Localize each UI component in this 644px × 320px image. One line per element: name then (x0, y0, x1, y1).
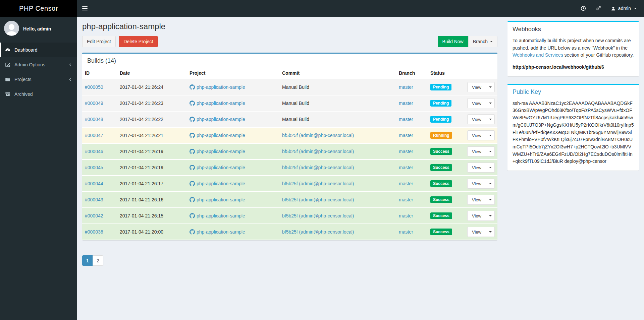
pagination-page-2[interactable]: 2 (93, 255, 103, 266)
view-dropdown-button[interactable] (486, 146, 495, 156)
branch-link[interactable]: master (399, 229, 413, 235)
chevron-left-icon (68, 77, 72, 82)
view-dropdown-button[interactable] (486, 98, 495, 108)
webhooks-services-link[interactable]: Webhooks and Services (513, 52, 563, 58)
app-logo[interactable]: PHP Censor (0, 0, 77, 17)
table-row: #000036 2017-01-04 21:20:00 php-applicat… (82, 224, 497, 240)
view-dropdown-button[interactable] (486, 82, 495, 92)
branch-link[interactable]: master (399, 117, 413, 122)
build-commit[interactable]: bf5b25f (admin@php-censor.local) (282, 229, 354, 235)
build-id-link[interactable]: #000036 (85, 229, 103, 235)
build-date: 2017-01-04 21:26:19 (117, 143, 187, 159)
view-button[interactable]: View (467, 146, 486, 156)
view-dropdown-button[interactable] (486, 179, 495, 189)
edit-project-button[interactable]: Edit Project (82, 36, 116, 47)
build-now-button[interactable]: Build Now (438, 36, 468, 47)
build-commit[interactable]: bf5b25f (admin@php-censor.local) (282, 181, 354, 186)
table-row: #000049 2017-01-04 21:26:23 php-applicat… (82, 95, 497, 111)
column-header: ID (82, 67, 117, 79)
build-id-link[interactable]: #000043 (85, 197, 103, 202)
view-button[interactable]: View (467, 179, 486, 189)
build-id-link[interactable]: #000044 (85, 181, 103, 186)
build-commit[interactable]: bf5b25f (admin@php-censor.local) (282, 165, 354, 170)
delete-project-button[interactable]: Delete Project (119, 36, 158, 47)
view-dropdown-button[interactable] (486, 114, 495, 124)
view-dropdown-button[interactable] (486, 211, 495, 221)
github-icon (190, 133, 195, 138)
build-id-link[interactable]: #000049 (85, 101, 103, 106)
view-dropdown-button[interactable] (486, 227, 495, 237)
branch-link[interactable]: master (399, 133, 413, 138)
project-link[interactable]: php-application-sample (197, 84, 245, 90)
project-link[interactable]: php-application-sample (197, 197, 245, 202)
view-button-group: View (467, 195, 495, 205)
build-id-link[interactable]: #000048 (85, 117, 103, 122)
build-actions: Build Now Branch (438, 36, 497, 47)
github-icon (190, 181, 195, 186)
project-link[interactable]: php-application-sample (197, 149, 245, 154)
public-key-title[interactable]: Public Key (513, 88, 541, 95)
user-menu[interactable]: admin (606, 0, 641, 17)
project-link[interactable]: php-application-sample (197, 133, 245, 138)
caret-down-icon (489, 135, 492, 136)
project-link[interactable]: php-application-sample (197, 165, 245, 170)
build-commit: Manual Build (282, 117, 309, 122)
webhooks-body: To automatically build this project when… (507, 36, 639, 76)
branch-dropdown-label: Branch (473, 39, 488, 44)
branch-link[interactable]: master (399, 213, 413, 218)
caret-down-icon (489, 215, 492, 216)
sidebar-item-dashboard[interactable]: Dashboard (0, 43, 77, 57)
build-id-link[interactable]: #000046 (85, 149, 103, 154)
view-button[interactable]: View (467, 130, 486, 140)
build-commit[interactable]: bf5b25f (admin@php-censor.local) (282, 197, 354, 202)
build-id-link[interactable]: #000050 (85, 84, 103, 90)
view-button[interactable]: View (467, 98, 486, 108)
sidebar-item-projects[interactable]: Projects (0, 72, 77, 87)
project-link[interactable]: php-application-sample (197, 229, 245, 235)
branch-link[interactable]: master (399, 101, 413, 106)
project-link[interactable]: php-application-sample (197, 101, 245, 106)
webhooks-text-after: section of your GitHub repository. (563, 52, 634, 58)
build-id-link[interactable]: #000047 (85, 133, 103, 138)
user-icon (611, 6, 616, 11)
view-dropdown-button[interactable] (486, 130, 495, 140)
view-button[interactable]: View (467, 195, 486, 205)
build-id-link[interactable]: #000045 (85, 165, 103, 170)
project-link[interactable]: php-application-sample (197, 117, 245, 122)
view-button[interactable]: View (467, 227, 486, 237)
view-button[interactable]: View (467, 114, 486, 124)
branch-link[interactable]: master (399, 149, 413, 154)
sidebar-item-label: Admin Options (14, 62, 45, 67)
view-button[interactable]: View (467, 82, 486, 92)
build-date: 2017-01-04 21:26:17 (117, 176, 187, 192)
branch-dropdown-button[interactable]: Branch (468, 36, 497, 47)
build-queue-button[interactable] (576, 0, 591, 17)
build-commit[interactable]: bf5b25f (admin@php-censor.local) (282, 133, 354, 138)
branch-link[interactable]: master (399, 165, 413, 170)
caret-down-icon (489, 119, 492, 120)
pagination-page-1[interactable]: 1 (82, 255, 93, 266)
branch-link[interactable]: master (399, 197, 413, 202)
webhooks-text: To automatically build this project when… (513, 37, 634, 59)
sidebar-user-panel: Hello, admin (0, 17, 77, 41)
build-commit[interactable]: bf5b25f (admin@php-censor.local) (282, 149, 354, 154)
status-badge: Success (430, 212, 452, 219)
build-id-link[interactable]: #000042 (85, 213, 103, 218)
project-link[interactable]: php-application-sample (197, 213, 245, 218)
build-commit[interactable]: bf5b25f (admin@php-censor.local) (282, 213, 354, 218)
view-button[interactable]: View (467, 163, 486, 173)
column-header: Commit (279, 67, 396, 79)
sidebar-item-archived[interactable]: Archived (0, 87, 77, 102)
branch-link[interactable]: master (399, 181, 413, 186)
github-icon (190, 101, 195, 106)
view-dropdown-button[interactable] (486, 163, 495, 173)
navbar-main: admin (77, 0, 644, 17)
branch-link[interactable]: master (399, 84, 413, 90)
sidebar-toggle-button[interactable] (77, 0, 92, 17)
view-button[interactable]: View (467, 211, 486, 221)
sidebar-item-admin-options[interactable]: Admin Options (0, 57, 77, 72)
view-dropdown-button[interactable] (486, 195, 495, 205)
main-content: php-application-sample Edit Project Dele… (77, 17, 502, 271)
project-link[interactable]: php-application-sample (197, 181, 245, 186)
settings-button[interactable] (591, 0, 606, 17)
